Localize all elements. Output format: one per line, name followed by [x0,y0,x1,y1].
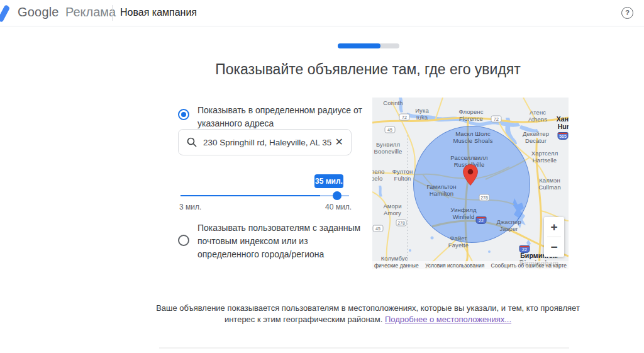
report-error-link[interactable]: Сообщить об ошибке на карте [491,262,567,269]
map-label: ИукаIuka [415,108,429,121]
location-map[interactable]: CorinthИукаIukaФлоренсFlorenceАтенсAthen… [372,98,569,269]
route-shield: 565 [558,132,569,140]
new-campaign-page: Google Реклама Новая кампания ? Показыва… [0,0,644,353]
radius-slider-track[interactable] [180,195,349,196]
bottom-divider [159,347,569,349]
map-label: АмориAmory [383,203,401,216]
map-label: ГамильтонHamilton [426,184,456,197]
map-label: Маскл ШолсMuscle Shoals [453,131,492,144]
map-zoom-control: + − [544,217,564,257]
route-shield: 278 [396,220,407,227]
map-label: ФултонFulton [392,169,413,182]
map-attribution: фические данные Условия использования Со… [372,261,569,269]
zoom-out-button[interactable]: − [544,237,564,257]
search-icon [187,137,197,147]
route-shield: 45 [385,126,396,133]
location-pin-icon [463,164,478,186]
route-shield: 72 [491,116,502,123]
step-heading: Показывайте объявление там, где его увид… [215,61,521,78]
progress-bar [338,43,399,48]
radius-option-row[interactable]: Показывать в определенном радиусе от ука… [178,104,367,130]
progress-fill [338,43,380,48]
radio-unselected-icon[interactable] [178,235,189,246]
map-label: БунвиллBooneville [374,142,402,155]
map-label: ДекейтерDecatur [523,131,549,144]
location-note: Ваше объявление показывается пользовател… [148,303,588,325]
route-shield: 45 [373,225,384,232]
map-data-label: фические данные [374,262,419,269]
map-label: КалмэнCullman [538,177,561,191]
brand-product-name: Реклама [65,5,116,20]
clear-icon[interactable]: ✕ [335,137,343,147]
radio-selected-icon[interactable] [178,109,189,120]
map-label: ФлоренсFlorence [458,109,483,122]
zip-option-label: Показывать пользователям с заданным почт… [197,221,367,261]
terms-link[interactable]: Условия использования [425,262,484,269]
google-ads-logo-icon [0,5,11,22]
targeting-panel: Показывать в определенном радиусе от ука… [178,101,367,130]
radius-option-label: Показывать в определенном радиусе от ука… [197,104,367,130]
map-label: ХартселлHartselle [531,150,558,164]
route-shield: 22 [476,216,487,224]
address-field[interactable]: ✕ [178,129,352,155]
page-title: Новая кампания [120,7,197,18]
topbar: Google Реклама Новая кампания ? [0,0,644,26]
zoom-in-button[interactable]: + [544,217,564,237]
brand-google-wordmark: Google [18,5,59,20]
location-note-text: Ваше объявление показывается пользовател… [156,303,580,324]
zip-option-row[interactable]: Показывать пользователям с заданным почт… [178,221,367,261]
map-label: Corinth [383,100,402,107]
header-divider [112,5,113,21]
help-icon[interactable]: ? [621,7,633,19]
radius-slider-thumb[interactable] [333,191,341,200]
route-shield: 22 [519,245,530,253]
map-label: ФайетFayette [448,235,469,249]
map-label: опелоipelo [372,169,384,182]
map-label: АтенсAthens [528,109,547,123]
radio-dot [181,112,186,117]
address-input[interactable] [203,138,331,147]
route-shield: 72 [399,114,410,121]
route-shield: 278 [479,194,490,201]
slider-max-label: 40 мил. [325,203,352,211]
slider-min-label: 3 мил. [179,203,201,211]
map-label: ХантHun [557,115,569,130]
radius-value-badge: 35 мил. [314,174,343,188]
map-label: ДжасперJasper [496,219,521,232]
learn-more-link[interactable]: Подробнее о местоположениях... [385,315,511,324]
map-label: УинфилдWinfield [450,207,476,220]
